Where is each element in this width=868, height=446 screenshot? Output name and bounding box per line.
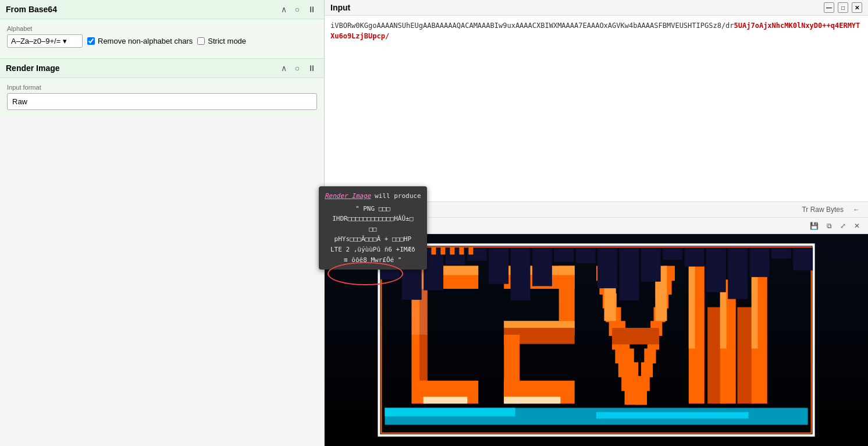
tooltip-line1: " PNG □□□ [325,204,421,214]
tooltip-line5: LTE 2 ,üýùùPû ñ6 +IMÆð [325,245,421,255]
render-image-section-header: Render Image ∧ ○ ⏸ [0,58,324,78]
tooltip-title: Render Image will produce [325,191,421,201]
input-textarea[interactable]: iVBORw0KGgoAAAANSUhEUgAABAAAAAQACAMAAABI… [325,16,868,202]
render-image-body: Input format Raw [0,78,324,116]
from-base64-title: From Base64 [6,5,57,14]
remove-nonalphabet-checkbox[interactable] [87,37,95,45]
alphabet-row: A–Za–z0–9+/= ▾ Remove non-alphabet chars… [7,34,317,48]
input-maximize-icon[interactable]: □ [838,2,848,13]
strict-mode-label[interactable]: Strict mode [197,37,246,45]
input-text-content: iVBORw0KGgoAAAANSUhEUgAABAAAAAQACAMAAABI… [330,22,860,40]
render-image-chevron-up[interactable]: ∧ [279,62,289,74]
tooltip-line6: ≡ ôõê8 Mwr£Ôé " [325,255,421,266]
alphabet-label: Alphabet [7,25,317,32]
tooltip-italic-text: Render Image [325,192,371,200]
from-base64-header-icons: ∧ ○ ⏸ [279,3,318,15]
output-icon-row: 💾 ⧉ ⤢ ✕ [807,221,862,231]
from-base64-body: Alphabet A–Za–z0–9+/= ▾ Remove non-alpha… [0,19,324,58]
output-copy-icon[interactable]: ⧉ [824,221,834,231]
from-base64-pause-icon[interactable]: ⏸ [305,3,318,15]
input-close-icon[interactable]: ✕ [852,2,862,13]
render-image-clock-icon[interactable]: ○ [293,62,302,74]
toolbar-arrow-icon[interactable]: ← [851,204,862,215]
tooltip-line4: pHYs□□□Ã□□□Ã + □□□HP [325,234,421,245]
from-base64-chevron-up[interactable]: ∧ [279,3,289,15]
from-base64-section-header: From Base64 ∧ ○ ⏸ [0,0,324,19]
render-image-pause-icon[interactable]: ⏸ [305,62,318,74]
tooltip-line3: □□ [325,224,421,235]
input-format-label: Input format [7,84,317,91]
output-close-icon[interactable]: ✕ [852,221,862,231]
tooltip-line2: IHDR□□□□□□□□□□□□HÃÛ±□ [325,214,421,224]
input-header: Input — □ ✕ [325,0,868,16]
raw-bytes-button[interactable]: Tr Raw Bytes [799,204,846,215]
tooltip-popup: Render Image will produce " PNG □□□ IHDR… [319,186,427,270]
strict-mode-checkbox[interactable] [197,37,205,45]
output-save-icon[interactable]: 💾 [807,221,821,231]
alphabet-select[interactable]: A–Za–z0–9+/= ▾ [7,34,83,48]
render-image-header-icons: ∧ ○ ⏸ [279,62,318,74]
output-expand-icon[interactable]: ⤢ [838,221,848,231]
left-panel: From Base64 ∧ ○ ⏸ Alphabet A–Za–z0–9+/= … [0,0,325,446]
input-format-field[interactable]: Raw [7,93,317,110]
input-title: Input [330,3,350,12]
remove-nonalphabet-label[interactable]: Remove non-alphabet chars [87,37,193,45]
alphabet-value: A–Za–z0–9+/= [11,37,61,45]
render-image-title: Render Image [6,63,60,73]
tooltip-title-rest: will produce [371,192,421,200]
input-minimize-icon[interactable]: — [824,2,834,13]
dropdown-arrow-icon: ▾ [63,37,67,45]
input-header-icons: — □ ✕ [824,2,862,13]
from-base64-clock-icon[interactable]: ○ [293,3,302,15]
